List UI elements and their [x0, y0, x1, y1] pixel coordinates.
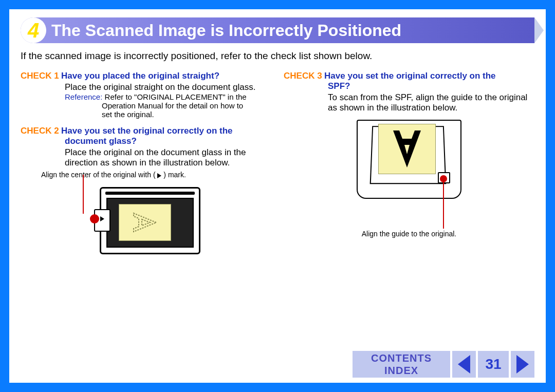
check-2-heading: CHECK 2 Have you set the original correc… — [21, 126, 271, 136]
check-1-reference: Reference: Refer to "ORIGINAL PLACEMENT"… — [65, 92, 271, 101]
check-3-heading: CHECK 3 Have you set the original correc… — [284, 71, 534, 81]
spf-illustration: Align the guide to the original. — [350, 120, 468, 238]
check-1-section: CHECK 1 Have you placed the original str… — [21, 71, 271, 119]
arrow-right-icon — [516, 355, 529, 374]
title-bar: 4 The Scanned Image is Incorrectly Posit… — [21, 17, 534, 43]
reference-text-b: Operation Manual for the detail on how t… — [102, 101, 271, 110]
right-column: CHECK 3 Have you set the original correc… — [284, 71, 534, 262]
index-link[interactable]: INDEX — [384, 364, 418, 377]
next-page-button[interactable] — [511, 351, 534, 378]
nav-links-box: CONTENTS INDEX — [353, 351, 450, 378]
reference-text-c: set the original. — [102, 110, 271, 119]
check-3-question-b: SPF? — [328, 81, 350, 91]
check-2-question-a: Have you set the original correctly on t… — [61, 126, 232, 136]
page-inner: 4 The Scanned Image is Incorrectly Posit… — [9, 9, 546, 383]
reference-label: Reference: — [65, 92, 102, 101]
page-frame: 4 The Scanned Image is Incorrectly Posit… — [0, 0, 555, 392]
check-1-question: Have you placed the original straight? — [61, 71, 219, 81]
document-glass-illustration — [89, 187, 202, 254]
check-3-body-a: To scan from the SPF, align the guide to… — [328, 92, 534, 103]
check-3-body-b: as shown in the illustration below. — [328, 103, 534, 113]
check-2-section: CHECK 2 Have you set the original correc… — [21, 126, 271, 254]
intro-text: If the scanned image is incorrectly posi… — [21, 50, 534, 62]
left-column: CHECK 1 Have you placed the original str… — [21, 71, 271, 262]
letter-a-solid-icon — [389, 128, 425, 170]
spf-note: Align the guide to the original. — [350, 230, 468, 238]
check-2-body-a: Place the original on the document glass… — [65, 147, 271, 158]
glass-hinge — [105, 192, 195, 195]
check-2-question-b: document glass? — [65, 136, 137, 146]
check-1-body: Place the original straight on the docum… — [65, 82, 271, 92]
reference-text-a: Refer to "ORIGINAL PLACEMENT" in the — [105, 92, 247, 101]
letter-a-icon — [131, 208, 159, 237]
contents-link[interactable]: CONTENTS — [371, 352, 432, 364]
glass-outer — [100, 187, 200, 254]
check-3-question-a: Have you set the original correctly on t… — [324, 71, 495, 81]
check-1-label: CHECK 1 — [21, 71, 59, 81]
spf-original-page — [378, 124, 436, 174]
check-2-note-prefix: Align the center of the original with ( — [41, 171, 156, 179]
footer-nav: CONTENTS INDEX 31 — [353, 351, 534, 378]
check-1-heading: CHECK 1 Have you placed the original str… — [21, 71, 271, 81]
spf-body — [357, 120, 461, 199]
check-2-body-b: direction as shown in the illustration b… — [65, 158, 271, 168]
triangle-mark-icon — [157, 173, 161, 178]
check-3-section: CHECK 3 Have you set the original correc… — [284, 71, 534, 238]
spf-callout-line-icon — [443, 181, 444, 229]
chapter-number: 4 — [28, 19, 39, 42]
glass-surface — [106, 198, 194, 248]
title-arrow-icon — [534, 17, 544, 43]
page-number: 31 — [478, 351, 509, 378]
check-2-label: CHECK 2 — [21, 126, 59, 136]
check-2-note: Align the center of the original with ( … — [41, 171, 271, 179]
prev-page-button[interactable] — [452, 351, 476, 378]
page-title: The Scanned Image is Incorrectly Positio… — [51, 21, 401, 40]
check-2-note-suffix: ) mark. — [163, 171, 186, 179]
check-3-label: CHECK 3 — [284, 71, 322, 81]
original-page — [119, 204, 171, 241]
chapter-number-badge: 4 — [21, 17, 46, 43]
callout-line-icon — [83, 175, 84, 214]
arrow-left-icon — [458, 355, 470, 374]
align-mark-icon — [100, 216, 104, 221]
content-columns: CHECK 1 Have you placed the original str… — [21, 71, 534, 262]
